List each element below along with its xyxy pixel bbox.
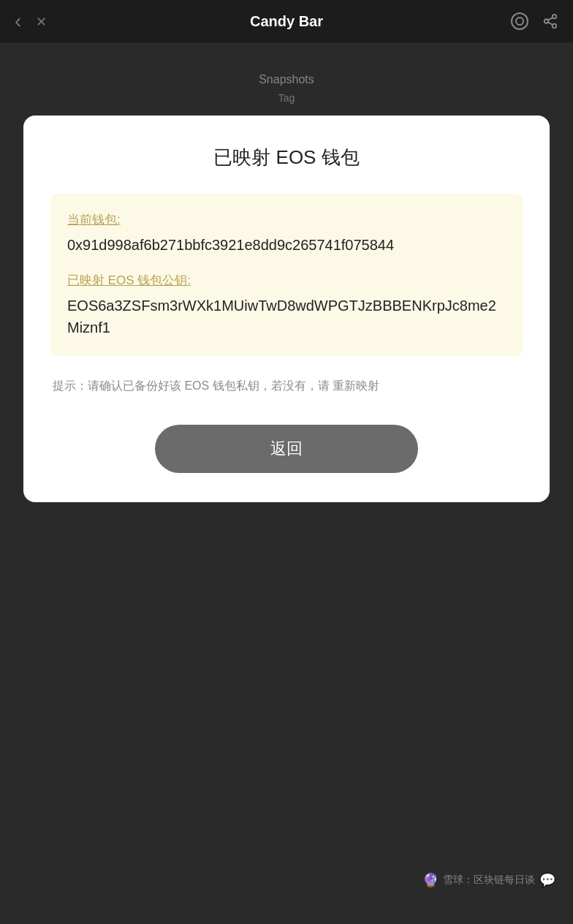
svg-point-4	[553, 24, 557, 28]
spacer-top: Snapshots Tag	[0, 42, 573, 116]
wallet-value: 0x91d998af6b271bbfc3921e8dd9c265741f0758…	[67, 234, 506, 256]
dark-sub-label: Tag	[278, 92, 295, 104]
close-button[interactable]	[36, 13, 47, 30]
svg-point-0	[512, 13, 528, 29]
wallet-label: 当前钱包:	[67, 211, 506, 228]
page-wrapper: Candy Bar Snapshots Tag 已映射 EOS 钱包	[0, 0, 573, 924]
watermark: 🔮 雪球：区块链每日谈 💬	[422, 872, 555, 888]
hint-text: 提示：请确认已备份好该 EOS 钱包私钥，若没有，请 重新映射	[50, 376, 523, 395]
watermark-icon-wechat: 💬	[539, 872, 555, 888]
card-title: 已映射 EOS 钱包	[50, 145, 523, 170]
info-box: 当前钱包: 0x91d998af6b271bbfc3921e8dd9c26574…	[50, 194, 523, 356]
main-card: 已映射 EOS 钱包 当前钱包: 0x91d998af6b271bbfc3921…	[23, 116, 550, 502]
eos-value: EOS6a3ZSFsm3rWXk1MUiwTwD8wdWPGTJzBBBENKr…	[67, 295, 506, 338]
back-button[interactable]	[15, 10, 21, 33]
eos-label: 已映射 EOS 钱包公钥:	[67, 272, 506, 289]
watermark-icon-xueqiu: 🔮	[422, 872, 439, 888]
nav-left	[15, 10, 47, 33]
svg-point-1	[516, 18, 523, 25]
scan-icon[interactable]	[510, 12, 529, 31]
nav-right	[510, 12, 558, 31]
svg-line-6	[548, 18, 553, 20]
return-button[interactable]: 返回	[155, 425, 418, 473]
svg-point-3	[544, 19, 549, 23]
watermark-text: 雪球：区块链每日谈	[443, 874, 535, 887]
page-title: Candy Bar	[250, 13, 323, 30]
bottom-area: 🔮 雪球：区块链每日谈 💬	[0, 836, 573, 924]
svg-point-2	[553, 15, 557, 19]
nav-bar: Candy Bar	[0, 0, 573, 42]
svg-line-5	[548, 22, 553, 25]
share-icon[interactable]	[542, 13, 558, 29]
dark-top-label: Snapshots	[259, 73, 314, 86]
